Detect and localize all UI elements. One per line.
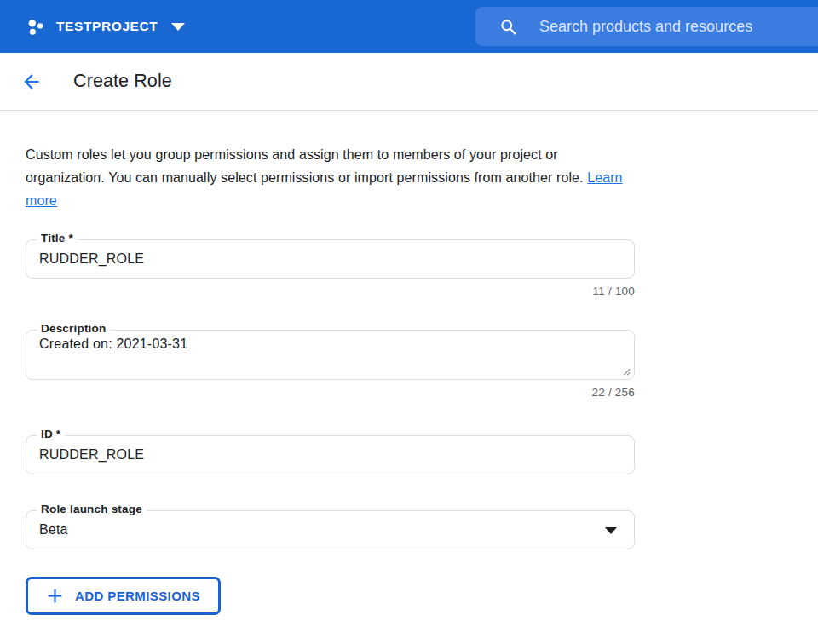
title-value: RUDDER_ROLE <box>26 251 157 267</box>
search-icon <box>499 18 517 36</box>
intro-text: Custom roles let you group permissions a… <box>26 143 634 212</box>
project-name: TESTPROJECT <box>56 19 158 34</box>
back-arrow-icon <box>20 71 43 93</box>
search-placeholder: Search products and resources <box>539 18 752 36</box>
description-input[interactable]: Description Created on: 2021-03-31 <box>26 330 635 380</box>
launch-stage-select[interactable]: Role launch stage Beta <box>26 510 635 549</box>
add-permissions-button[interactable]: ADD PERMISSIONS <box>26 577 221 615</box>
scatter-plot-icon <box>26 16 47 37</box>
title-label: Title * <box>37 232 78 244</box>
launch-stage-label: Role launch stage <box>37 503 147 515</box>
resize-handle-icon[interactable] <box>621 366 631 376</box>
caret-down-icon <box>171 23 185 31</box>
search-bar[interactable]: Search products and resources <box>475 7 818 46</box>
back-button[interactable] <box>20 71 43 93</box>
create-role-page: { "topbar": { "project_name": "TESTPROJE… <box>0 0 818 644</box>
title-counter: 11 / 100 <box>26 285 635 297</box>
project-switcher[interactable]: TESTPROJECT <box>26 16 185 37</box>
intro-body: Custom roles let you group permissions a… <box>26 147 584 185</box>
id-value: RUDDER_ROLE <box>26 447 157 463</box>
description-label: Description <box>37 322 110 335</box>
description-counter: 22 / 256 <box>26 386 635 399</box>
id-input[interactable]: ID * RUDDER_ROLE <box>26 435 635 474</box>
top-app-bar: TESTPROJECT Search products and resource… <box>0 0 818 53</box>
id-label: ID * <box>37 428 65 440</box>
dropdown-arrow-icon <box>605 527 617 534</box>
description-value: Created on: 2021-03-31 <box>26 331 634 352</box>
plus-icon <box>46 587 64 605</box>
title-input[interactable]: Title * RUDDER_ROLE <box>26 239 635 279</box>
launch-stage-value: Beta <box>26 522 81 538</box>
add-permissions-label: ADD PERMISSIONS <box>75 589 200 603</box>
page-header: Create Role <box>0 53 818 111</box>
main-content: Custom roles let you group permissions a… <box>0 143 818 615</box>
page-title: Create Role <box>73 71 172 92</box>
